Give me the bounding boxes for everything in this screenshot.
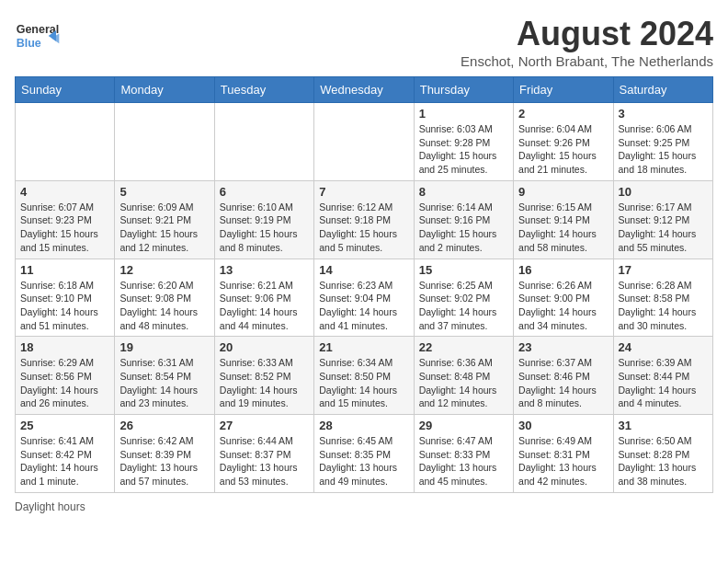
calendar-cell: 5Sunrise: 6:09 AMSunset: 9:21 PMDaylight… <box>115 180 214 259</box>
calendar-cell: 9Sunrise: 6:15 AMSunset: 9:14 PMDaylight… <box>514 180 613 259</box>
day-info: Sunrise: 6:14 AMSunset: 9:16 PMDaylight:… <box>419 201 508 255</box>
day-number: 31 <box>619 419 708 432</box>
calendar-cell: 6Sunrise: 6:10 AMSunset: 9:19 PMDaylight… <box>214 180 313 259</box>
calendar-cell: 14Sunrise: 6:23 AMSunset: 9:04 PMDayligh… <box>314 259 414 337</box>
calendar-cell: 2Sunrise: 6:04 AMSunset: 9:26 PMDaylight… <box>514 103 613 181</box>
calendar-cell: 17Sunrise: 6:28 AMSunset: 8:58 PMDayligh… <box>613 259 712 337</box>
calendar-week-row: 1Sunrise: 6:03 AMSunset: 9:28 PMDaylight… <box>16 103 713 181</box>
day-number: 20 <box>220 340 309 354</box>
day-info: Sunrise: 6:31 AMSunset: 8:54 PMDaylight:… <box>119 356 209 410</box>
header: General Blue August 2024 Enschot, North … <box>15 15 713 69</box>
day-number: 25 <box>20 419 109 432</box>
day-number: 13 <box>220 263 309 277</box>
subtitle: Enschot, North Brabant, The Netherlands <box>461 53 713 69</box>
day-info: Sunrise: 6:25 AMSunset: 9:02 PMDaylight:… <box>419 279 508 333</box>
calendar-cell: 15Sunrise: 6:25 AMSunset: 9:02 PMDayligh… <box>414 259 513 337</box>
day-info: Sunrise: 6:26 AMSunset: 9:00 PMDaylight:… <box>518 279 608 333</box>
day-info: Sunrise: 6:23 AMSunset: 9:04 PMDaylight:… <box>319 279 408 333</box>
weekday-header: Saturday <box>613 77 712 103</box>
calendar-cell: 8Sunrise: 6:14 AMSunset: 9:16 PMDaylight… <box>414 180 513 259</box>
calendar-cell: 16Sunrise: 6:26 AMSunset: 9:00 PMDayligh… <box>514 259 613 337</box>
day-info: Sunrise: 6:18 AMSunset: 9:10 PMDaylight:… <box>20 279 109 333</box>
calendar-cell: 31Sunrise: 6:50 AMSunset: 8:28 PMDayligh… <box>613 415 712 493</box>
day-number: 2 <box>518 107 608 121</box>
calendar-week-row: 18Sunrise: 6:29 AMSunset: 8:56 PMDayligh… <box>16 337 713 415</box>
day-number: 22 <box>419 340 508 354</box>
weekday-header: Sunday <box>16 77 115 103</box>
day-info: Sunrise: 6:21 AMSunset: 9:06 PMDaylight:… <box>220 279 309 333</box>
day-info: Sunrise: 6:39 AMSunset: 8:44 PMDaylight:… <box>619 356 708 410</box>
day-number: 5 <box>119 185 209 199</box>
title-area: August 2024 Enschot, North Brabant, The … <box>461 15 713 69</box>
calendar-cell: 26Sunrise: 6:42 AMSunset: 8:39 PMDayligh… <box>115 415 214 493</box>
footer-note: Daylight hours <box>15 500 713 513</box>
day-number: 11 <box>20 263 109 277</box>
calendar-header-row: SundayMondayTuesdayWednesdayThursdayFrid… <box>16 77 713 103</box>
day-info: Sunrise: 6:10 AMSunset: 9:19 PMDaylight:… <box>220 201 309 255</box>
calendar-cell: 21Sunrise: 6:34 AMSunset: 8:50 PMDayligh… <box>314 337 414 415</box>
calendar-week-row: 11Sunrise: 6:18 AMSunset: 9:10 PMDayligh… <box>16 259 713 337</box>
weekday-header: Monday <box>115 77 214 103</box>
weekday-header: Tuesday <box>214 77 313 103</box>
calendar-cell: 22Sunrise: 6:36 AMSunset: 8:48 PMDayligh… <box>414 337 513 415</box>
day-info: Sunrise: 6:44 AMSunset: 8:37 PMDaylight:… <box>220 434 309 488</box>
calendar-week-row: 4Sunrise: 6:07 AMSunset: 9:23 PMDaylight… <box>16 180 713 259</box>
calendar-cell: 12Sunrise: 6:20 AMSunset: 9:08 PMDayligh… <box>115 259 214 337</box>
day-info: Sunrise: 6:33 AMSunset: 8:52 PMDaylight:… <box>220 356 309 410</box>
calendar-week-row: 25Sunrise: 6:41 AMSunset: 8:42 PMDayligh… <box>16 415 713 493</box>
day-info: Sunrise: 6:41 AMSunset: 8:42 PMDaylight:… <box>20 434 109 488</box>
calendar-cell: 18Sunrise: 6:29 AMSunset: 8:56 PMDayligh… <box>16 337 115 415</box>
calendar-cell: 10Sunrise: 6:17 AMSunset: 9:12 PMDayligh… <box>613 180 712 259</box>
main-title: August 2024 <box>461 15 713 53</box>
day-info: Sunrise: 6:09 AMSunset: 9:21 PMDaylight:… <box>119 201 209 255</box>
calendar-cell: 7Sunrise: 6:12 AMSunset: 9:18 PMDaylight… <box>314 180 414 259</box>
day-number: 3 <box>619 107 708 121</box>
day-info: Sunrise: 6:42 AMSunset: 8:39 PMDaylight:… <box>119 434 209 488</box>
day-number: 21 <box>319 340 408 354</box>
day-info: Sunrise: 6:45 AMSunset: 8:35 PMDaylight:… <box>319 434 408 488</box>
day-number: 10 <box>619 185 708 199</box>
calendar-cell: 24Sunrise: 6:39 AMSunset: 8:44 PMDayligh… <box>613 337 712 415</box>
calendar-cell: 23Sunrise: 6:37 AMSunset: 8:46 PMDayligh… <box>514 337 613 415</box>
day-number: 7 <box>319 185 408 199</box>
day-number: 12 <box>119 263 209 277</box>
day-info: Sunrise: 6:06 AMSunset: 9:25 PMDaylight:… <box>619 122 708 177</box>
logo-icon: General Blue <box>15 15 61 61</box>
day-info: Sunrise: 6:29 AMSunset: 8:56 PMDaylight:… <box>20 356 109 410</box>
day-info: Sunrise: 6:12 AMSunset: 9:18 PMDaylight:… <box>319 201 408 255</box>
day-info: Sunrise: 6:36 AMSunset: 8:48 PMDaylight:… <box>419 356 508 410</box>
weekday-header: Wednesday <box>314 77 414 103</box>
day-number: 15 <box>419 263 508 277</box>
day-info: Sunrise: 6:20 AMSunset: 9:08 PMDaylight:… <box>119 279 209 333</box>
day-number: 9 <box>518 185 608 199</box>
day-number: 16 <box>518 263 608 277</box>
day-info: Sunrise: 6:47 AMSunset: 8:33 PMDaylight:… <box>419 434 508 488</box>
calendar-cell <box>115 103 214 181</box>
calendar-cell <box>16 103 115 181</box>
day-number: 17 <box>619 263 708 277</box>
day-number: 6 <box>220 185 309 199</box>
day-number: 4 <box>20 185 109 199</box>
day-info: Sunrise: 6:03 AMSunset: 9:28 PMDaylight:… <box>419 122 508 177</box>
calendar-cell: 28Sunrise: 6:45 AMSunset: 8:35 PMDayligh… <box>314 415 414 493</box>
day-info: Sunrise: 6:04 AMSunset: 9:26 PMDaylight:… <box>518 122 608 177</box>
day-number: 18 <box>20 340 109 354</box>
svg-text:Blue: Blue <box>17 37 41 50</box>
calendar-cell: 27Sunrise: 6:44 AMSunset: 8:37 PMDayligh… <box>214 415 313 493</box>
day-info: Sunrise: 6:15 AMSunset: 9:14 PMDaylight:… <box>518 201 608 255</box>
day-number: 8 <box>419 185 508 199</box>
calendar-cell: 13Sunrise: 6:21 AMSunset: 9:06 PMDayligh… <box>214 259 313 337</box>
day-info: Sunrise: 6:34 AMSunset: 8:50 PMDaylight:… <box>319 356 408 410</box>
calendar-cell: 11Sunrise: 6:18 AMSunset: 9:10 PMDayligh… <box>16 259 115 337</box>
calendar-cell <box>314 103 414 181</box>
weekday-header: Thursday <box>414 77 513 103</box>
calendar-cell: 25Sunrise: 6:41 AMSunset: 8:42 PMDayligh… <box>16 415 115 493</box>
day-info: Sunrise: 6:17 AMSunset: 9:12 PMDaylight:… <box>619 201 708 255</box>
day-number: 27 <box>220 419 309 432</box>
day-number: 23 <box>518 340 608 354</box>
calendar-cell: 30Sunrise: 6:49 AMSunset: 8:31 PMDayligh… <box>514 415 613 493</box>
calendar-cell: 20Sunrise: 6:33 AMSunset: 8:52 PMDayligh… <box>214 337 313 415</box>
calendar-cell: 3Sunrise: 6:06 AMSunset: 9:25 PMDaylight… <box>613 103 712 181</box>
day-number: 28 <box>319 419 408 432</box>
calendar-table: SundayMondayTuesdayWednesdayThursdayFrid… <box>15 76 713 493</box>
